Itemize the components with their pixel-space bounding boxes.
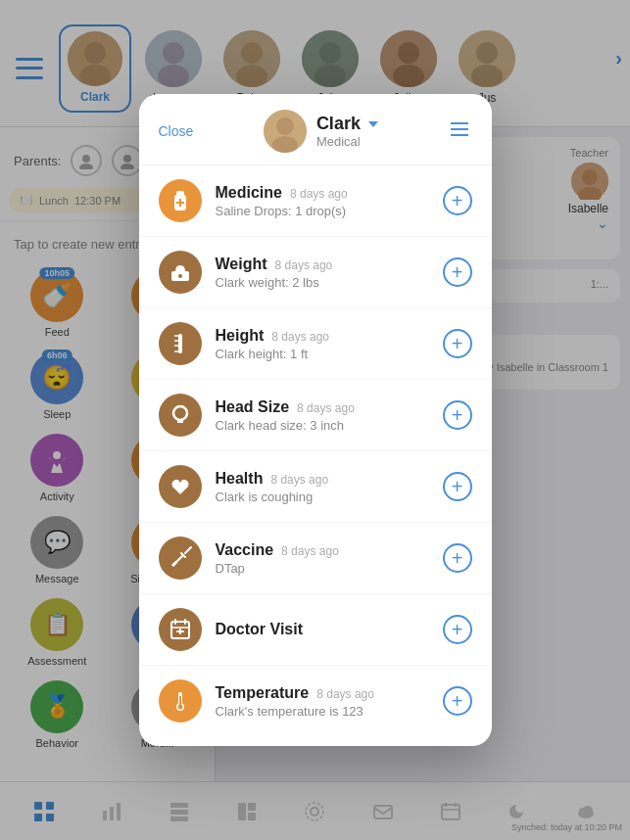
temperature-title: Temperature — [216, 684, 310, 702]
temperature-ago: 8 days ago — [316, 687, 374, 701]
height-desc: Clark height: 1 ft — [216, 347, 429, 361]
doctor-visit-title: Doctor Visit — [216, 621, 304, 638]
vaccine-icon — [159, 537, 202, 580]
vaccine-ago: 8 days ago — [281, 544, 339, 558]
modal-close-button[interactable]: Close — [159, 123, 194, 139]
modal-menu-icon[interactable] — [448, 117, 471, 146]
weight-title: Weight — [216, 256, 267, 273]
vaccine-desc: DTap — [216, 561, 429, 576]
temperature-icon — [159, 679, 202, 723]
modal-title-text: Clark Medical — [316, 114, 378, 149]
medicine-desc: Saline Drops: 1 drop(s) — [216, 204, 429, 218]
height-ago: 8 days ago — [271, 330, 329, 344]
modal-child-avatar — [264, 110, 307, 153]
weight-ago: 8 days ago — [275, 258, 333, 272]
modal-overlay: Close Clark Medical — [0, 0, 630, 840]
doctor-visit-icon — [159, 608, 202, 651]
vaccine-add-button[interactable]: + — [443, 543, 472, 573]
head-size-title: Head Size — [216, 398, 290, 416]
height-add-button[interactable]: + — [443, 329, 472, 358]
medical-item-doctor-visit[interactable]: Doctor Visit + — [139, 594, 492, 666]
svg-rect-68 — [177, 419, 183, 423]
medicine-title: Medicine — [216, 184, 282, 202]
medical-item-vaccine[interactable]: Vaccine 8 days ago DTap + — [139, 523, 492, 594]
head-size-ago: 8 days ago — [297, 401, 355, 415]
temperature-desc: Clark's temperature is 123 — [216, 704, 429, 719]
svg-rect-66 — [178, 334, 182, 353]
vaccine-content: Vaccine 8 days ago DTap — [216, 541, 429, 576]
height-icon — [159, 322, 202, 365]
temperature-content: Temperature 8 days ago Clark's temperatu… — [216, 684, 429, 719]
weight-desc: Clark weight: 2 lbs — [216, 275, 429, 290]
modal-child-name: Clark — [316, 114, 361, 134]
temperature-add-button[interactable]: + — [443, 686, 472, 716]
weight-icon — [159, 251, 202, 294]
health-add-button[interactable]: + — [443, 472, 472, 501]
health-content: Health 8 days ago Clark is coughing — [216, 470, 429, 504]
head-size-icon — [159, 394, 202, 437]
svg-point-55 — [276, 117, 294, 135]
medical-item-head-size[interactable]: Head Size 8 days ago Clark head size: 3 … — [139, 380, 492, 451]
medicine-icon — [159, 179, 202, 222]
modal-subtitle: Medical — [316, 134, 378, 149]
health-title: Health — [216, 470, 264, 488]
medical-item-health[interactable]: Health 8 days ago Clark is coughing + — [139, 451, 492, 523]
svg-rect-74 — [179, 629, 181, 634]
medical-item-weight[interactable]: Weight 8 days ago Clark weight: 2 lbs + — [139, 237, 492, 308]
svg-point-65 — [178, 274, 182, 278]
head-size-add-button[interactable]: + — [443, 400, 472, 430]
medicine-ago: 8 days ago — [290, 187, 348, 201]
health-desc: Clark is coughing — [216, 490, 429, 504]
height-content: Height 8 days ago Clark height: 1 ft — [216, 327, 429, 361]
modal-card: Close Clark Medical — [139, 94, 492, 746]
medical-item-height[interactable]: Height 8 days ago Clark height: 1 ft + — [139, 308, 492, 380]
health-ago: 8 days ago — [270, 473, 328, 487]
weight-content: Weight 8 days ago Clark weight: 2 lbs — [216, 256, 429, 290]
head-size-content: Head Size 8 days ago Clark head size: 3 … — [216, 398, 429, 433]
modal-header: Close Clark Medical — [139, 94, 492, 165]
head-size-desc: Clark head size: 3 inch — [216, 418, 429, 433]
health-icon — [159, 465, 202, 508]
modal-chevron-icon — [364, 116, 378, 133]
medicine-content: Medicine 8 days ago Saline Drops: 1 drop… — [216, 184, 429, 218]
vaccine-title: Vaccine — [216, 541, 274, 559]
height-title: Height — [216, 327, 265, 345]
app-container: Clark daenerys Dylan John — [0, 0, 630, 840]
weight-add-button[interactable]: + — [443, 257, 472, 287]
modal-title-section: Clark Medical — [264, 110, 378, 153]
svg-rect-78 — [179, 696, 181, 706]
doctor-visit-content: Doctor Visit — [216, 621, 429, 638]
medical-item-temperature[interactable]: Temperature 8 days ago Clark's temperatu… — [139, 666, 492, 736]
medicine-add-button[interactable]: + — [443, 186, 472, 215]
doctor-visit-add-button[interactable]: + — [443, 615, 472, 644]
medical-item-medicine[interactable]: Medicine 8 days ago Saline Drops: 1 drop… — [139, 165, 492, 237]
